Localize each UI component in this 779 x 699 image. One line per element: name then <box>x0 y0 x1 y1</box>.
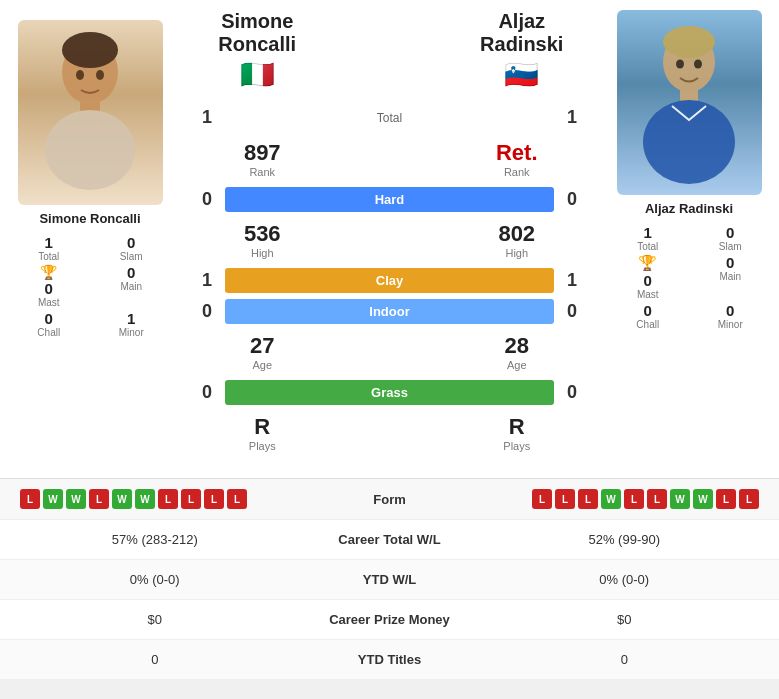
form-row: LWWLWWLLLL Form LLLWLLWWLL <box>0 479 779 520</box>
left-minor-val: 1 <box>127 310 135 327</box>
right-minor-stat: 0 Minor <box>694 302 767 330</box>
form-badge-right-l: L <box>739 489 759 509</box>
player-left-name: Simone Roncalli <box>39 211 140 226</box>
svg-point-1 <box>62 32 118 68</box>
svg-point-11 <box>694 60 702 69</box>
right-mast-stat: 🏆 0 Mast <box>612 254 685 300</box>
right-slam-val: 0 <box>726 224 734 241</box>
form-badge-right-l: L <box>647 489 667 509</box>
left-flag: 🇮🇹 <box>185 58 330 91</box>
ytd-wl-label: YTD W/L <box>290 572 490 587</box>
hard-button: Hard <box>225 187 554 212</box>
form-right-badges: LLLWLLWWLL <box>470 489 760 509</box>
player-left-stats: 1 Total 0 Slam 🏆 0 Mast 0 Main 0 <box>13 234 168 338</box>
right-chall-lbl: Chall <box>636 319 659 330</box>
left-total-stat: 1 Total <box>13 234 86 262</box>
total-row: 1 Total 1 <box>185 101 594 134</box>
right-plays-lbl: Plays <box>450 440 585 452</box>
svg-point-7 <box>663 26 715 58</box>
form-badge-left-l: L <box>89 489 109 509</box>
clay-button: Clay <box>225 268 554 293</box>
right-titles: 0 <box>490 652 760 667</box>
form-left-badges: LWWLWWLLLL <box>20 489 310 509</box>
total-right-score: 1 <box>560 107 584 128</box>
grass-button: Grass <box>225 380 554 405</box>
left-minor-lbl: Minor <box>119 327 144 338</box>
grass-left: 0 <box>195 382 219 403</box>
right-main-val: 0 <box>726 254 734 271</box>
left-prize: $0 <box>20 612 290 627</box>
svg-point-9 <box>643 100 735 184</box>
player-right-photo <box>617 10 762 195</box>
form-badge-left-l: L <box>227 489 247 509</box>
form-badge-right-l: L <box>624 489 644 509</box>
left-chall-stat: 0 Chall <box>13 310 86 338</box>
center-col: SimoneRoncalli 🇮🇹 AljazRadinski 🇸🇮 1 Tot… <box>180 0 599 468</box>
hard-right: 0 <box>560 189 584 210</box>
titles-label: YTD Titles <box>290 652 490 667</box>
player-right-col: Aljaz Radinski 1 Total 0 Slam 🏆 0 Mast 0 <box>599 0 779 468</box>
right-mast-lbl: Mast <box>637 289 659 300</box>
clay-row: 1 Clay 1 <box>185 265 594 296</box>
career-wl-label: Career Total W/L <box>290 532 490 547</box>
right-total-stat: 1 Total <box>612 224 685 252</box>
total-center-label: Total <box>225 111 554 125</box>
form-badge-left-w: W <box>43 489 63 509</box>
player-right-name: Aljaz Radinski <box>645 201 733 216</box>
right-age-val: 28 <box>450 333 585 359</box>
form-badge-left-l: L <box>204 489 224 509</box>
left-slam-stat: 0 Slam <box>95 234 168 262</box>
form-badge-left-w: W <box>112 489 132 509</box>
right-plays-val: R <box>450 414 585 440</box>
form-center-label: Form <box>310 492 470 507</box>
prize-row: $0 Career Prize Money $0 <box>0 600 779 640</box>
form-badge-left-w: W <box>66 489 86 509</box>
left-main-lbl: Main <box>120 281 142 292</box>
left-chall-lbl: Chall <box>37 327 60 338</box>
right-minor-val: 0 <box>726 302 734 319</box>
indoor-left: 0 <box>195 301 219 322</box>
form-badge-right-l: L <box>532 489 552 509</box>
player-right-stats: 1 Total 0 Slam 🏆 0 Mast 0 Main 0 <box>612 224 767 330</box>
center-left-name: SimoneRoncalli <box>185 10 330 56</box>
right-total-lbl: Total <box>637 241 658 252</box>
left-ytd-wl: 0% (0-0) <box>20 572 290 587</box>
right-age-lbl: Age <box>450 359 585 371</box>
svg-point-3 <box>45 110 135 190</box>
left-age-lbl: Age <box>195 359 330 371</box>
left-minor-stat: 1 Minor <box>95 310 168 338</box>
svg-point-5 <box>96 70 104 80</box>
form-badge-right-w: W <box>693 489 713 509</box>
left-high-val: 536 <box>195 221 330 247</box>
svg-point-10 <box>676 60 684 69</box>
right-high-val: 802 <box>450 221 585 247</box>
left-slam-val: 0 <box>127 234 135 251</box>
left-high-lbl: High <box>195 247 330 259</box>
indoor-row: 0 Indoor 0 <box>185 296 594 327</box>
right-slam-lbl: Slam <box>719 241 742 252</box>
left-plays-lbl: Plays <box>195 440 330 452</box>
left-age-val: 27 <box>195 333 330 359</box>
left-main-stat: 0 Main <box>95 264 168 308</box>
hard-row: 0 Hard 0 <box>185 184 594 215</box>
form-badge-left-l: L <box>181 489 201 509</box>
indoor-button: Indoor <box>225 299 554 324</box>
right-prize: $0 <box>490 612 760 627</box>
right-total-val: 1 <box>644 224 652 241</box>
main-container: Simone Roncalli 1 Total 0 Slam 🏆 0 Mast … <box>0 0 779 680</box>
form-badge-right-l: L <box>716 489 736 509</box>
left-chall-val: 0 <box>45 310 53 327</box>
right-flag: 🇸🇮 <box>450 58 595 91</box>
left-slam-lbl: Slam <box>120 251 143 262</box>
form-badge-left-l: L <box>158 489 178 509</box>
left-plays-val: R <box>195 414 330 440</box>
form-badge-right-w: W <box>601 489 621 509</box>
trophy-icon-right: 🏆 <box>638 254 657 272</box>
left-rank-lbl: Rank <box>195 166 330 178</box>
left-main-val: 0 <box>127 264 135 281</box>
left-total-lbl: Total <box>38 251 59 262</box>
indoor-right: 0 <box>560 301 584 322</box>
right-main-lbl: Main <box>719 271 741 282</box>
ytd-wl-row: 0% (0-0) YTD W/L 0% (0-0) <box>0 560 779 600</box>
left-rank-val: 897 <box>195 140 330 166</box>
